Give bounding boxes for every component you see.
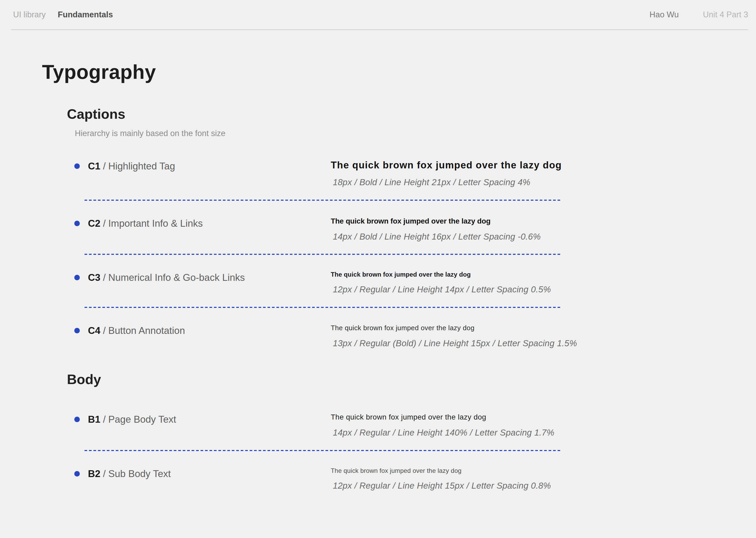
style-name: Button Annotation — [109, 325, 185, 336]
style-code: C2 — [88, 218, 100, 229]
bullet-icon — [74, 275, 80, 280]
section-heading-body: Body — [67, 372, 756, 386]
style-spec: 12px / Regular / Line Height 15px / Lett… — [333, 480, 756, 491]
bullet-icon — [74, 328, 80, 333]
nav-tabs: UI library Fundamentals — [13, 10, 113, 20]
bullet-icon — [74, 221, 80, 226]
nav-divider — [11, 29, 748, 30]
specimen-text: The quick brown fox jumped over the lazy… — [331, 412, 756, 422]
style-name: Sub Body Text — [109, 468, 171, 479]
type-style-row-c3: C3/Numerical Info & Go-back Links The qu… — [0, 271, 756, 295]
style-label: C2/Important Info & Links — [88, 216, 331, 229]
bullet-icon — [74, 417, 80, 422]
style-label: B2/Sub Body Text — [88, 467, 331, 480]
style-demo: The quick brown fox jumped over the lazy… — [331, 467, 756, 491]
type-style-row-c1: C1/Highlighted Tag The quick brown fox j… — [0, 159, 756, 188]
specimen-text: The quick brown fox jumped over the lazy… — [331, 216, 756, 226]
tab-ui-library[interactable]: UI library — [13, 10, 46, 20]
label-separator: / — [103, 272, 106, 283]
style-label: C4/Button Annotation — [88, 324, 331, 337]
specimen-text: The quick brown fox jumped over the lazy… — [331, 159, 756, 171]
dashed-divider — [84, 200, 562, 201]
style-spec: 13px / Regular (Bold) / Line Height 15px… — [333, 338, 756, 349]
style-spec: 12px / Regular / Line Height 14px / Lett… — [333, 284, 756, 295]
captions-style-list: C1/Highlighted Tag The quick brown fox j… — [0, 159, 756, 348]
specimen-text: The quick brown fox jumped over the lazy… — [331, 467, 756, 475]
label-separator: / — [103, 468, 106, 479]
style-demo: The quick brown fox jumped over the lazy… — [331, 216, 756, 242]
bullet-icon — [74, 163, 80, 169]
bullet-icon — [74, 471, 80, 476]
style-name: Important Info & Links — [109, 218, 203, 229]
style-demo: The quick brown fox jumped over the lazy… — [331, 324, 756, 348]
style-name: Page Body Text — [109, 414, 176, 425]
label-separator: / — [103, 161, 106, 172]
style-label: B1/Page Body Text — [88, 412, 331, 425]
style-code: C1 — [88, 161, 100, 172]
type-style-row-c2: C2/Important Info & Links The quick brow… — [0, 216, 756, 242]
dashed-divider — [84, 254, 562, 255]
style-label: C3/Numerical Info & Go-back Links — [88, 271, 331, 284]
dashed-divider — [84, 307, 562, 308]
section-heading-captions: Captions — [67, 107, 756, 121]
body-style-list: B1/Page Body Text The quick brown fox ju… — [0, 412, 756, 491]
tab-fundamentals[interactable]: Fundamentals — [58, 10, 113, 20]
type-style-row-b1: B1/Page Body Text The quick brown fox ju… — [0, 412, 756, 438]
label-separator: / — [103, 325, 106, 336]
style-spec: 14px / Bold / Line Height 16px / Letter … — [333, 232, 756, 242]
style-code: B1 — [88, 414, 100, 425]
style-spec: 18px / Bold / Line Height 21px / Letter … — [333, 177, 756, 188]
unit-label: Unit 4 Part 3 — [703, 10, 748, 20]
style-spec: 14px / Regular / Line Height 140% / Lett… — [333, 427, 756, 438]
type-style-row-b2: B2/Sub Body Text The quick brown fox jum… — [0, 467, 756, 491]
style-name: Highlighted Tag — [109, 161, 175, 172]
style-code: B2 — [88, 468, 100, 479]
label-separator: / — [103, 218, 106, 229]
type-style-row-c4: C4/Button Annotation The quick brown fox… — [0, 324, 756, 348]
author-name: Hao Wu — [649, 10, 679, 20]
page-title: Typography — [42, 62, 756, 82]
section-subtitle: Hierarchy is mainly based on the font si… — [75, 129, 756, 138]
specimen-text: The quick brown fox jumped over the lazy… — [331, 271, 756, 279]
style-label: C1/Highlighted Tag — [88, 159, 331, 172]
style-demo: The quick brown fox jumped over the lazy… — [331, 412, 756, 438]
style-demo: The quick brown fox jumped over the lazy… — [331, 271, 756, 295]
style-demo: The quick brown fox jumped over the lazy… — [331, 159, 756, 188]
dashed-divider — [84, 450, 562, 451]
style-name: Numerical Info & Go-back Links — [109, 272, 245, 283]
nav-meta: Hao Wu Unit 4 Part 3 — [649, 10, 748, 20]
style-code: C3 — [88, 272, 100, 283]
specimen-text: The quick brown fox jumped over the lazy… — [331, 324, 756, 332]
style-code: C4 — [88, 325, 100, 336]
top-nav: UI library Fundamentals Hao Wu Unit 4 Pa… — [0, 0, 756, 29]
label-separator: / — [103, 414, 106, 425]
